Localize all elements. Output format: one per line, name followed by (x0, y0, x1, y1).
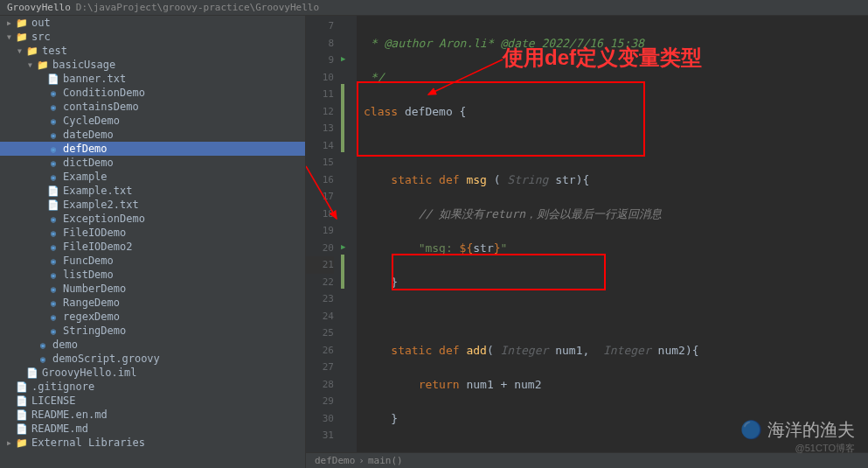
tree-external[interactable]: External Libraries (0, 436, 305, 450)
tree-license[interactable]: LICENSE (0, 394, 305, 408)
tree-iml[interactable]: GroovyHello.iml (0, 366, 305, 380)
groovy-icon (47, 255, 59, 267)
tree-out[interactable]: out (0, 16, 305, 30)
groovy-icon (47, 171, 59, 183)
tree-file[interactable]: dictDemo (0, 156, 305, 170)
line-gutter: 7891011121314151617181920212223242526272… (306, 16, 341, 452)
file-icon (26, 367, 38, 379)
folder-icon (37, 59, 49, 71)
code-line: */ (364, 69, 868, 87)
groovy-icon (47, 157, 59, 169)
tree-demoscript[interactable]: demoScript.groovy (0, 352, 305, 366)
groovy-icon (47, 325, 59, 337)
code-line: * @author Aron.li* @date 2022/7/16 15:38 (364, 35, 868, 52)
tree-gitignore[interactable]: .gitignore (0, 380, 305, 394)
folder-icon (26, 45, 38, 57)
code-line: } (364, 274, 868, 291)
file-icon (16, 395, 28, 407)
code-editor[interactable]: 7891011121314151617181920212223242526272… (306, 16, 868, 468)
code-line: return num1 + num2 (364, 376, 868, 394)
breadcrumb-item[interactable]: defDemo (315, 455, 355, 466)
tree-file[interactable]: CycleDemo (0, 114, 305, 128)
tree-basicusage[interactable]: basicUsage (0, 58, 305, 72)
file-icon (16, 381, 28, 393)
groovy-icon (47, 129, 59, 141)
file-icon (47, 199, 59, 211)
title-bar: GroovyHello D:\javaProject\groovy-practi… (0, 0, 868, 16)
file-icon (16, 409, 28, 421)
groovy-icon (47, 227, 59, 239)
groovy-icon (47, 283, 59, 295)
tree-demo[interactable]: demo (0, 338, 305, 352)
tree-file[interactable]: FileIODemo (0, 226, 305, 240)
tree-file[interactable]: Example (0, 170, 305, 184)
project-path: D:\javaProject\groovy-practice\GroovyHel… (76, 2, 319, 13)
tree-file[interactable]: regexDemo (0, 310, 305, 324)
groovy-icon (37, 353, 49, 365)
groovy-icon (47, 213, 59, 225)
folder-icon (16, 17, 28, 29)
file-icon (47, 185, 59, 197)
tree-readme-en[interactable]: README.en.md (0, 408, 305, 422)
file-icon (47, 73, 59, 85)
tree-file[interactable]: containsDemo (0, 100, 305, 114)
chevron-icon: › (358, 455, 365, 466)
tree-file[interactable]: Example.txt (0, 184, 305, 198)
watermark: 🔵 海洋的渔夫 @51CTO博客 (740, 418, 855, 455)
code-line: static def msg ( String str){ (364, 171, 868, 189)
library-icon (16, 437, 28, 449)
groovy-icon (47, 101, 59, 113)
code-line: // 如果没有return，则会以最后一行返回消息 (364, 206, 868, 223)
code-content[interactable]: * @author Aron.li* @date 2022/7/16 15:38… (357, 16, 868, 452)
breadcrumb-item[interactable]: main() (368, 455, 403, 466)
project-name: GroovyHello (7, 2, 71, 13)
project-tree[interactable]: out src test basicUsage banner.txt Condi… (0, 16, 306, 468)
tree-file-defdemo[interactable]: defDemo (0, 142, 305, 156)
tree-test[interactable]: test (0, 44, 305, 58)
tree-file[interactable]: ExceptionDemo (0, 212, 305, 226)
tree-file[interactable]: StringDemo (0, 324, 305, 338)
tree-readme[interactable]: README.md (0, 422, 305, 436)
tree-file[interactable]: ConditionDemo (0, 86, 305, 100)
groovy-icon (47, 311, 59, 323)
code-line: class defDemo { (364, 103, 868, 121)
run-icon[interactable]: ▶ (341, 242, 345, 251)
tree-file[interactable]: dateDemo (0, 128, 305, 142)
tree-file[interactable]: FuncDemo (0, 254, 305, 268)
tree-file[interactable]: listDemo (0, 268, 305, 282)
tree-file[interactable]: NumberDemo (0, 282, 305, 296)
tree-src[interactable]: src (0, 30, 305, 44)
groovy-icon (47, 115, 59, 127)
folder-icon (16, 31, 28, 43)
run-gutter[interactable]: ▶▶ (341, 16, 357, 452)
tree-file[interactable]: FileIODemo2 (0, 240, 305, 254)
groovy-icon (37, 339, 49, 351)
groovy-icon (47, 143, 59, 155)
groovy-icon (47, 241, 59, 253)
groovy-icon (47, 297, 59, 309)
code-line: static def add( Integer num1, Integer nu… (364, 342, 868, 360)
code-line: "msg: ${str}" (364, 240, 868, 257)
groovy-icon (47, 87, 59, 99)
tree-file[interactable]: Example2.txt (0, 198, 305, 212)
tree-file[interactable]: banner.txt (0, 72, 305, 86)
run-icon[interactable]: ▶ (341, 54, 345, 63)
tree-file[interactable]: RangeDemo (0, 296, 305, 310)
file-icon (16, 423, 28, 435)
groovy-icon (47, 269, 59, 281)
